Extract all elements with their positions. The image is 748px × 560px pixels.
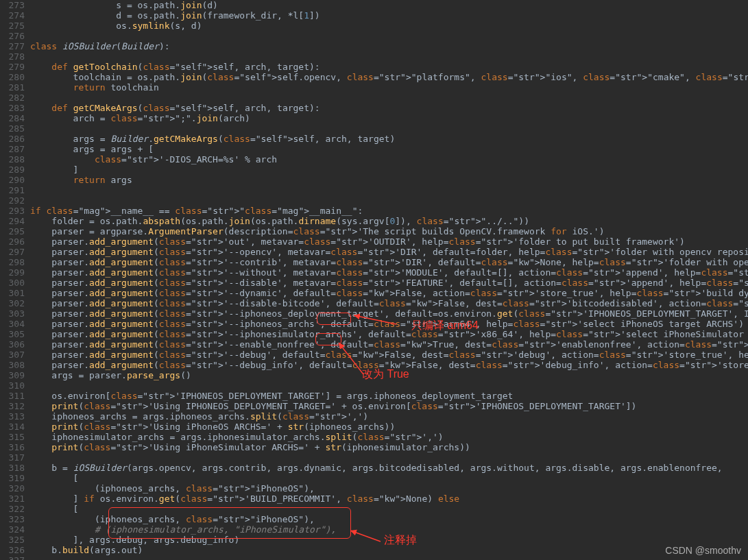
code-line[interactable]: # (iphonesimulator_archs, "iPhoneSimulat… [30,524,748,535]
code-line[interactable]: b = iOSBuilder(args.opencv, args.contrib… [30,463,748,473]
line-number: 308 [0,360,27,370]
code-line[interactable]: ] if os.environ.get(class="str">'BUILD_P… [30,494,748,504]
code-line[interactable]: def getCMakeArgs(class="self">self, arch… [30,103,748,113]
line-number: 274 [0,10,27,21]
code-line[interactable]: print(class="str">'Using IPHONEOS_DEPLOY… [30,401,748,411]
code-line[interactable]: parser.add_argument(class="str">'--debug… [30,350,748,360]
line-number: 319 [0,473,27,483]
line-number: 279 [0,62,27,72]
code-line[interactable] [30,195,748,206]
line-number: 294 [0,216,27,226]
line-number: 311 [0,391,27,401]
code-line[interactable]: return args [30,175,748,185]
line-number: 321 [0,494,27,504]
code-line[interactable]: parser.add_argument(class="str">'--dynam… [30,288,748,298]
line-number: 288 [0,154,27,165]
code-line[interactable]: parser.add_argument(class="str">'--disab… [30,298,748,308]
line-number: 316 [0,442,27,452]
line-number: 326 [0,545,27,555]
code-line[interactable]: arch = class="str">";".join(arch) [30,113,748,123]
code-line[interactable]: if class="mag">__name__ == class="str">"… [30,206,748,216]
line-number: 281 [0,82,27,93]
code-line[interactable]: parser.add_argument(class="str">'out', m… [30,236,748,247]
code-line[interactable] [30,93,748,103]
code-line[interactable]: d = os.path.join(framework_dir, *l[1]) [30,10,748,21]
line-number: 304 [0,319,27,329]
line-number: 290 [0,175,27,185]
code-area[interactable]: s = os.path.join(d) d = os.path.join(fra… [30,0,748,560]
code-line[interactable]: print(class="str">'Using iPhoneSimulator… [30,442,748,452]
line-number: 300 [0,278,27,288]
line-number: 313 [0,411,27,422]
code-line[interactable]: ] [30,165,748,175]
code-line[interactable]: args = parser.parse_args() [30,370,748,380]
code-line[interactable]: parser.add_argument(class="str">'--witho… [30,267,748,278]
code-line[interactable]: args = Builder.getCMakeArgs(class="self"… [30,134,748,144]
code-line[interactable] [30,452,748,463]
code-line[interactable]: folder = os.path.abspath(os.path.join(os… [30,216,748,226]
code-line[interactable]: return toolchain [30,82,748,93]
line-number: 282 [0,93,27,103]
line-number: 306 [0,339,27,350]
code-line[interactable] [30,51,748,62]
code-line[interactable]: (iphoneos_archs, class="str">"iPhoneOS")… [30,483,748,494]
line-number: 293 [0,206,27,216]
line-number: 299 [0,267,27,278]
code-line[interactable]: parser.add_argument(class="str">'--openc… [30,247,748,257]
line-number: 310 [0,380,27,391]
line-number: 296 [0,236,27,247]
line-number: 292 [0,195,27,206]
code-line[interactable]: class iOSBuilder(Builder): [30,41,748,51]
code-line[interactable]: s = os.path.join(d) [30,0,748,10]
code-line[interactable]: parser.add_argument(class="str">'--iphon… [30,319,748,329]
code-line[interactable]: iphonesimulator_archs = args.iphonesimul… [30,432,748,442]
line-number: 323 [0,514,27,524]
code-line[interactable]: parser.add_argument(class="str">'--iphon… [30,308,748,319]
code-line[interactable]: print(class="str">'Using iPhoneOS ARCHS=… [30,422,748,432]
code-line[interactable]: os.symlink(s, d) [30,21,748,31]
code-line[interactable]: args = args + [ [30,144,748,154]
line-number: 324 [0,524,27,535]
code-line[interactable]: toolchain = os.path.join(class="self">se… [30,72,748,82]
code-line[interactable]: parser.add_argument(class="str">'--enabl… [30,339,748,350]
code-line[interactable]: parser.add_argument(class="str">'--contr… [30,257,748,267]
line-number-gutter: 2732742752762772782792802812822832842852… [0,0,27,560]
code-line[interactable]: b.build(args.out) [30,545,748,555]
code-line[interactable]: ], args.debug, args.debug_info) [30,535,748,545]
line-number: 309 [0,370,27,380]
code-line[interactable]: parser.add_argument(class="str">'--disab… [30,278,748,288]
line-number: 305 [0,329,27,339]
code-line[interactable]: class="str">'-DIOS_ARCH=%s' % arch [30,154,748,165]
code-line[interactable] [30,31,748,41]
line-number: 297 [0,247,27,257]
code-line[interactable] [30,555,748,560]
line-number: 298 [0,257,27,267]
code-line[interactable]: parser.add_argument(class="str">'--iphon… [30,329,748,339]
code-line[interactable] [30,185,748,195]
line-number: 291 [0,185,27,195]
line-number: 325 [0,535,27,545]
code-editor[interactable]: 2732742752762772782792802812822832842852… [0,0,748,560]
code-line[interactable]: [ [30,473,748,483]
line-number: 315 [0,432,27,442]
line-number: 286 [0,134,27,144]
line-number: 312 [0,401,27,411]
line-number: 287 [0,144,27,154]
code-line[interactable] [30,380,748,391]
code-line[interactable] [30,123,748,134]
line-number: 285 [0,123,27,134]
line-number: 295 [0,226,27,236]
code-line[interactable]: def getToolchain(class="self">self, arch… [30,62,748,72]
code-line[interactable]: parser.add_argument(class="str">'--debug… [30,360,748,370]
line-number: 327 [0,555,27,560]
code-line[interactable]: [ [30,504,748,514]
code-line[interactable]: os.environ[class="str">'IPHONEOS_DEPLOYM… [30,391,748,401]
line-number: 302 [0,298,27,308]
code-line[interactable]: parser = argparse.ArgumentParser(descrip… [30,226,748,236]
line-number: 314 [0,422,27,432]
line-number: 283 [0,103,27,113]
code-line[interactable]: iphoneos_archs = args.iphoneos_archs.spl… [30,411,748,422]
line-number: 277 [0,41,27,51]
code-line[interactable]: (iphoneos_archs, class="str">"iPhoneOS")… [30,514,748,524]
line-number: 318 [0,463,27,473]
